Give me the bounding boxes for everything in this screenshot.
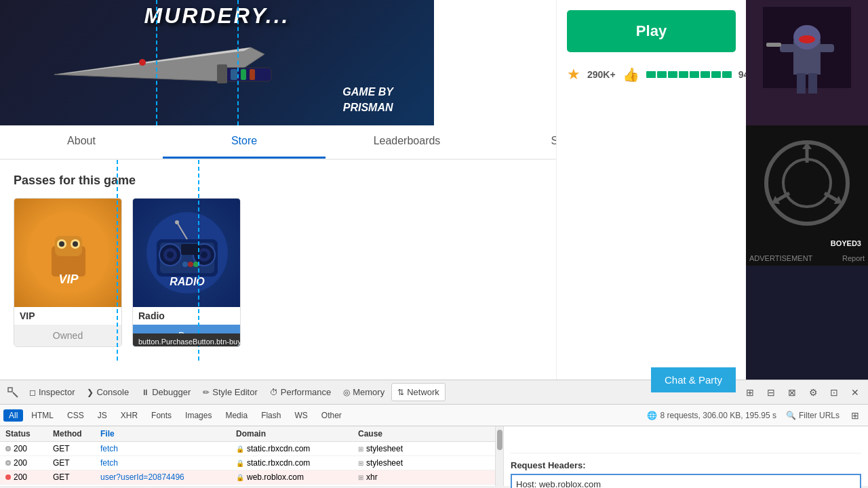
ad-report[interactable]: Report: [842, 254, 865, 262]
devtools-tab-console[interactable]: ❯ Console: [81, 384, 134, 401]
row3-file: user?userId=20874496: [95, 472, 231, 482]
devtools-tab-network[interactable]: ⇅ Network: [391, 383, 446, 401]
pick-element-button[interactable]: [3, 383, 22, 402]
style-editor-icon: ✏: [203, 388, 210, 397]
row2-method: GET: [47, 458, 95, 468]
lock-icon: 🔒: [236, 460, 244, 467]
devtools-tab-inspector[interactable]: ◻ Inspector: [24, 384, 80, 401]
devtools-tab-debugger[interactable]: ⏸ Debugger: [136, 384, 196, 401]
play-button[interactable]: Play: [567, 10, 736, 52]
devtools-filter-bar: All HTML CSS JS XHR Fonts Images Media F…: [0, 405, 868, 426]
devtools-tab-memory[interactable]: ◎ Memory: [338, 384, 390, 401]
tabs-bar: About Store Leaderboards Servers: [0, 125, 556, 160]
cause-icon: ⊞: [358, 445, 363, 453]
svg-rect-2: [231, 69, 237, 80]
devtools-content-area: Status Method File Domain Cause 200 GET: [0, 426, 868, 486]
svg-rect-39: [766, 43, 781, 47]
chat-party-button[interactable]: Chat & Party: [651, 367, 736, 392]
col-header-cause: Cause: [353, 429, 434, 439]
svg-rect-1: [217, 64, 227, 83]
filter-url-label: Filter URLs: [799, 411, 840, 420]
network-row[interactable]: 200 GET user?userId=20874496 🔒 web.roblo…: [0, 470, 495, 485]
settings-button[interactable]: ⚙: [804, 383, 823, 402]
svg-point-19: [167, 251, 174, 258]
svg-point-5: [139, 59, 146, 66]
lock-icon: 🔒: [236, 445, 244, 453]
memory-icon: ◎: [343, 388, 350, 397]
devtools-tab-performance[interactable]: ⏱ Performance: [264, 384, 336, 401]
svg-rect-38: [819, 44, 834, 52]
svg-point-34: [799, 35, 815, 43]
layout-button[interactable]: ⊠: [783, 383, 802, 402]
tab-about[interactable]: About: [0, 125, 163, 159]
split-horizontal-button[interactable]: ⊞: [741, 383, 760, 402]
knife-image: [34, 20, 292, 108]
host-header-field[interactable]: [511, 474, 861, 488]
play-area: Play ★ 290K+ 👍 9: [556, 0, 746, 380]
row3-method: GET: [47, 472, 95, 482]
filter-flash[interactable]: Flash: [256, 409, 286, 422]
network-row[interactable]: 200 GET fetch 🔒 static.rbxcdn.com ⊞ styl…: [0, 442, 495, 456]
like-bar-fill: [646, 71, 732, 78]
devtools-toolbar: ◻ Inspector ❯ Console ⏸ Debugger ✏ Style…: [0, 380, 868, 405]
filter-xhr[interactable]: XHR: [115, 409, 143, 422]
filter-all[interactable]: All: [3, 409, 23, 422]
filter-ws[interactable]: WS: [289, 409, 313, 422]
ad-bar: ADVERTISEMENT Report: [746, 251, 868, 266]
filter-images[interactable]: Images: [180, 409, 217, 422]
stats-row: ★ 290K+ 👍 94K+ 👎: [567, 62, 736, 87]
filter-options-button[interactable]: ⊞: [846, 406, 865, 425]
network-scrollbar[interactable]: [495, 426, 503, 486]
svg-rect-36: [808, 73, 817, 94]
inspector-icon: ◻: [29, 388, 36, 397]
tab-store[interactable]: Store: [163, 125, 326, 159]
game-banner: MURDERY... GAME BYPRISMAN: [0, 0, 434, 125]
cause-icon: ⊞: [358, 474, 363, 481]
vip-pass-image: VIP: [14, 199, 122, 307]
tab-servers[interactable]: Servers: [488, 125, 556, 159]
favorites-icon: ★: [567, 66, 580, 83]
ad-label: ADVERTISEMENT: [749, 254, 812, 262]
vip-owned-button[interactable]: Owned: [14, 325, 121, 346]
center-content: MURDERY... GAME BYPRISMAN About Store Le…: [0, 0, 556, 380]
network-table-header: Status Method File Domain Cause: [0, 426, 495, 442]
sidebar-scp-image: BOYED3: [746, 125, 868, 251]
filter-url-box: 🔍 Filter URLs: [786, 411, 840, 420]
svg-point-24: [182, 262, 188, 267]
row3-cause: ⊞ xhr: [353, 472, 434, 482]
svg-rect-4: [250, 69, 255, 80]
passes-title: Passes for this game: [14, 174, 542, 188]
network-row[interactable]: 200 GET fetch 🔒 static.rbxcdn.com ⊞ styl…: [0, 456, 495, 470]
col-header-domain: Domain: [231, 429, 353, 439]
status-indicator: [5, 474, 11, 480]
lock-icon: 🔒: [236, 474, 244, 481]
split-vertical-button[interactable]: ⊟: [762, 383, 781, 402]
svg-point-26: [193, 262, 199, 267]
devtools-tab-style-editor[interactable]: ✏ Style Editor: [197, 384, 262, 401]
filter-stats: 🌐 8 requests, 306.00 KB, 195.95 s: [647, 411, 776, 420]
filter-js[interactable]: JS: [92, 409, 113, 422]
status-indicator: [5, 446, 11, 451]
network-icon-small: 🌐: [647, 411, 657, 420]
close-devtools-button[interactable]: ✕: [846, 383, 865, 402]
svg-point-22: [201, 251, 208, 258]
svg-rect-50: [8, 388, 12, 392]
row2-domain: 🔒 static.rbxcdn.com: [231, 458, 353, 468]
filter-html[interactable]: HTML: [26, 409, 59, 422]
filter-css[interactable]: CSS: [62, 409, 90, 422]
row2-file: fetch: [95, 458, 231, 468]
row2-cause: ⊞ stylesheet: [353, 458, 434, 468]
request-details-panel: Request Headers:: [503, 426, 868, 486]
request-stats: 8 requests, 306.00 KB, 195.95 s: [660, 411, 776, 420]
row1-cause: ⊞ stylesheet: [353, 444, 434, 453]
svg-text:VIP: VIP: [58, 272, 79, 286]
dock-button[interactable]: ⊡: [825, 383, 844, 402]
row1-method: GET: [47, 444, 95, 453]
radio-pass-card: RADIO Radio button.PurchaseButton.btn-bu…: [132, 198, 241, 347]
filter-other[interactable]: Other: [316, 409, 347, 422]
filter-media[interactable]: Media: [220, 409, 253, 422]
tab-leaderboards[interactable]: Leaderboards: [326, 125, 488, 159]
banner-subtitle: GAME BYPRISMAN: [342, 85, 393, 115]
passes-grid: VIP VIP Owned: [14, 198, 542, 347]
filter-fonts[interactable]: Fonts: [146, 409, 177, 422]
